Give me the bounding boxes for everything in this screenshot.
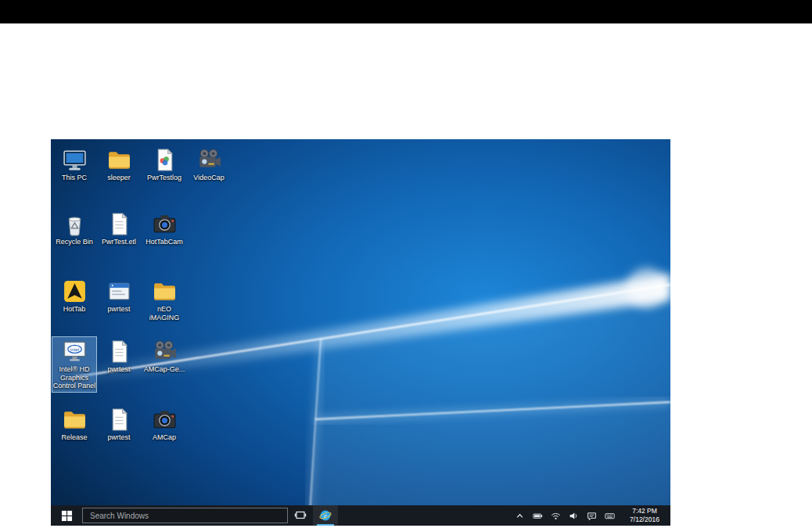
desktop-icon-intel-hd-graphics[interactable]: Intel® HD Graphics Control Panel	[52, 337, 96, 392]
desktop-icon-videocap[interactable]: VideoCap	[187, 145, 231, 184]
this-pc-icon	[62, 147, 88, 173]
keyboard-icon	[605, 511, 615, 521]
desktop-icon-label: Recycle Bin	[56, 238, 93, 246]
desktop-icon-label: PwrTestlog	[147, 174, 181, 182]
app-window-icon	[106, 278, 132, 304]
desktop-icon-label: sleeper	[107, 174, 131, 182]
windows-desktop[interactable]: This PC sleeper PwrTestlog VideoCap Recy…	[51, 139, 670, 526]
desktop-icon-pwrtest-etl[interactable]: PwrTest.etl	[97, 210, 141, 248]
desktop-icon-label: pwrtest	[107, 305, 130, 314]
desktop-icon-label: pwrtest	[107, 365, 130, 374]
desktop-icon-label: Release	[61, 433, 87, 442]
network-status-button[interactable]	[547, 505, 565, 526]
desktop-icon-label: HotTabCam	[146, 238, 183, 246]
desktop-icon-label: pwrtest	[107, 433, 130, 442]
desktop-icon-label: PwrTest.etl	[102, 238, 136, 246]
task-view-icon	[294, 509, 307, 522]
desktop-icon-label: HotTab	[63, 305, 86, 314]
clock-time: 7:42 PM	[622, 507, 667, 515]
desktop-icon-label: Intel® HD Graphics Control Panel	[52, 365, 96, 390]
taskbar-clock[interactable]: 7:42 PM 7/12/2016	[622, 507, 667, 524]
document-icon	[106, 211, 132, 237]
folder-icon	[152, 278, 178, 304]
desktop-icon-release[interactable]: Release	[52, 405, 96, 444]
start-button[interactable]	[51, 505, 82, 526]
desktop-icon-pwrtest-doc3[interactable]: pwrtest	[97, 405, 141, 444]
desktop-icon-amcap-ge[interactable]: AMCap-Ge...	[142, 337, 186, 375]
desktop-icon-amcap[interactable]: AMCap	[142, 405, 186, 444]
wifi-icon	[551, 511, 561, 521]
desktop-icon-neo-imaging[interactable]: nEO iMAGING	[142, 277, 186, 323]
folder-icon	[106, 147, 132, 173]
taskbar: Search Windows e	[51, 505, 670, 526]
tray-expand-button[interactable]	[511, 505, 529, 526]
desktop-icon-label: AMCap-Ge...	[144, 365, 185, 374]
desktop-icon-hottabcam[interactable]: HotTabCam	[142, 210, 186, 248]
action-center-button[interactable]	[583, 505, 601, 526]
recycle-bin-icon	[62, 211, 88, 237]
desktop-icon-pwrtest-app[interactable]: pwrtest	[97, 277, 141, 315]
camera-icon	[152, 407, 178, 433]
desktop-icon-label: VideoCap	[193, 174, 224, 182]
camera-icon	[152, 211, 178, 237]
desktop-icon-pwrtest-doc2[interactable]: pwrtest	[97, 337, 141, 375]
video-capture-icon	[196, 147, 222, 173]
touch-keyboard-button[interactable]	[601, 505, 619, 526]
taskbar-search-input[interactable]: Search Windows	[82, 508, 288, 523]
task-view-button[interactable]	[288, 505, 313, 526]
action-center-icon	[587, 511, 597, 521]
wallpaper	[51, 139, 670, 526]
desktop-icon-recycle-bin[interactable]: Recycle Bin	[52, 210, 96, 248]
clock-date: 7/12/2016	[622, 515, 667, 524]
desktop-icon-sleeper[interactable]: sleeper	[97, 145, 141, 184]
log-document-icon	[152, 147, 178, 173]
desktop-icon-hottab[interactable]: HotTab	[52, 277, 96, 315]
browser-taskbar-button[interactable]: e	[313, 505, 338, 526]
hottab-icon	[62, 278, 88, 304]
desktop-icon-label: AMCap	[153, 433, 176, 442]
battery-status-button[interactable]	[529, 505, 547, 526]
folder-icon	[62, 407, 88, 433]
system-tray: 7:42 PM 7/12/2016	[511, 505, 670, 526]
video-capture-icon	[152, 339, 178, 365]
volume-button[interactable]	[565, 505, 583, 526]
speaker-icon	[569, 511, 579, 521]
document-icon	[106, 339, 132, 365]
battery-icon	[533, 511, 543, 521]
search-placeholder: Search Windows	[90, 512, 149, 520]
browser-icon: e	[319, 509, 332, 522]
desktop-icon-pwrtestlog[interactable]: PwrTestlog	[142, 145, 186, 184]
intel-graphics-icon	[62, 339, 88, 365]
top-black-bar	[0, 0, 812, 23]
desktop-icon-label: nEO iMAGING	[142, 305, 186, 321]
desktop-icon-this-pc[interactable]: This PC	[52, 145, 96, 184]
desktop-icon-label: This PC	[62, 174, 87, 182]
windows-logo-icon	[61, 510, 73, 522]
document-icon	[106, 407, 132, 433]
chevron-up-icon	[515, 511, 525, 521]
